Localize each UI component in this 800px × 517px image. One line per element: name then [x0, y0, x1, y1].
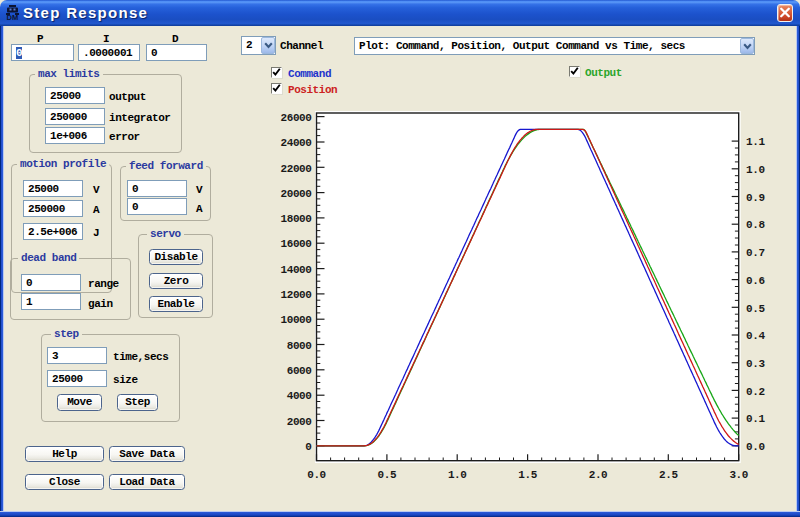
- svg-text:24000: 24000: [280, 137, 311, 149]
- svg-text:0.3: 0.3: [746, 358, 765, 370]
- svg-text:1.5: 1.5: [518, 469, 537, 481]
- svg-text:DM: DM: [7, 13, 19, 21]
- svg-text:2.5: 2.5: [659, 469, 678, 481]
- svg-text:1.0: 1.0: [448, 469, 467, 481]
- svg-text:0.5: 0.5: [746, 303, 765, 315]
- svg-text:0.5: 0.5: [378, 469, 397, 481]
- svg-text:12000: 12000: [280, 289, 311, 301]
- svg-text:2000: 2000: [287, 416, 312, 428]
- svg-text:6000: 6000: [287, 365, 312, 377]
- svg-text:20000: 20000: [280, 188, 311, 200]
- svg-text:0.0: 0.0: [307, 469, 326, 481]
- svg-text:26000: 26000: [280, 112, 311, 124]
- svg-text:0.4: 0.4: [746, 330, 765, 342]
- svg-text:0.8: 0.8: [746, 219, 765, 231]
- svg-text:0.2: 0.2: [746, 386, 765, 398]
- svg-text:22000: 22000: [280, 163, 311, 175]
- svg-text:18000: 18000: [280, 213, 311, 225]
- svg-text:0.1: 0.1: [746, 413, 765, 425]
- svg-text:0.6: 0.6: [746, 275, 765, 287]
- svg-text:1.0: 1.0: [746, 164, 765, 176]
- svg-text:1.1: 1.1: [746, 136, 765, 148]
- svg-text:16000: 16000: [280, 238, 311, 250]
- svg-text:0.7: 0.7: [746, 247, 765, 259]
- svg-text:2.0: 2.0: [589, 469, 608, 481]
- svg-text:4000: 4000: [287, 390, 312, 402]
- svg-text:0: 0: [305, 441, 311, 453]
- svg-text:8000: 8000: [287, 340, 312, 352]
- svg-text:0.9: 0.9: [746, 192, 765, 204]
- svg-text:0.0: 0.0: [746, 441, 765, 453]
- svg-text:10000: 10000: [280, 314, 311, 326]
- svg-text:14000: 14000: [280, 264, 311, 276]
- svg-text:3.0: 3.0: [729, 469, 748, 481]
